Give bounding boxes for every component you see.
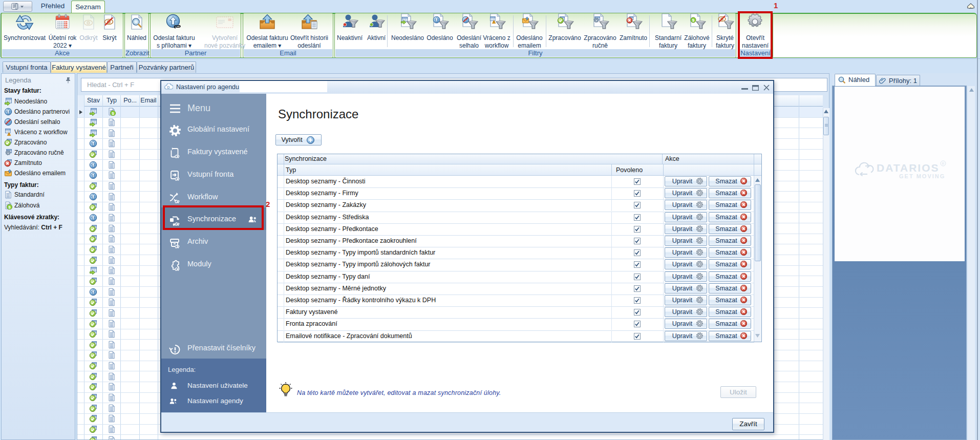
svg-text:$: $ bbox=[692, 18, 695, 23]
svg-text:DATARIOS: DATARIOS bbox=[877, 162, 940, 174]
svg-text:GET MOVING: GET MOVING bbox=[899, 173, 945, 179]
svg-text:R: R bbox=[942, 162, 944, 165]
svg-text:D: D bbox=[167, 86, 169, 89]
